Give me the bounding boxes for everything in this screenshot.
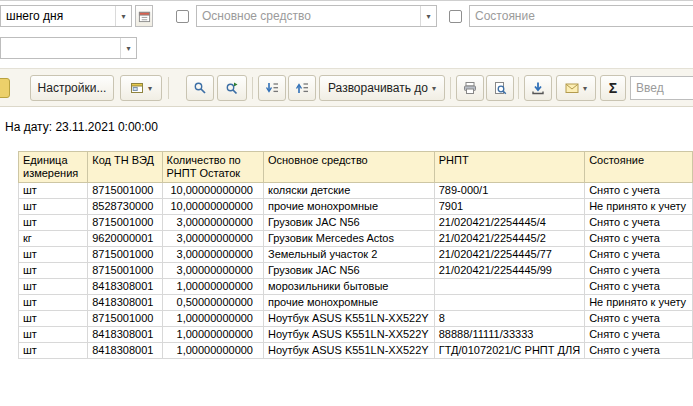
cell-unit[interactable]: шт	[19, 327, 88, 343]
cell-unit[interactable]: шт	[19, 263, 88, 279]
cell-quantity[interactable]: 0,50000000000	[162, 295, 263, 311]
cell-code[interactable]: 8715001000	[88, 215, 162, 231]
cell-asset[interactable]: Ноутбук ASUS K551LN-XX522Y	[263, 343, 434, 359]
state-filter-field[interactable]: Состояние	[469, 5, 693, 27]
cell-unit[interactable]: шт	[19, 215, 88, 231]
cell-unit[interactable]: шт	[19, 199, 88, 215]
cell-asset[interactable]: Грузовик Mercedes Actos	[263, 231, 434, 247]
cell-rnpt[interactable]: 21/020421/2254445/77	[434, 247, 584, 263]
cell-rnpt[interactable]: 8	[434, 311, 584, 327]
cell-asset[interactable]: Ноутбук ASUS K551LN-XX522Y	[263, 327, 434, 343]
cell-quantity[interactable]: 3,00000000000	[162, 247, 263, 263]
chevron-down-icon[interactable]: ▾	[115, 6, 131, 26]
cell-unit[interactable]: шт	[19, 183, 88, 199]
cell-rnpt[interactable]: 21/020421/2254445/2	[434, 231, 584, 247]
cell-unit[interactable]: кг	[19, 231, 88, 247]
find-next-button[interactable]	[217, 75, 247, 101]
quick-search-input[interactable]	[630, 76, 693, 100]
table-row[interactable]: шт 8715001000 3,00000000000 Земельный уч…	[19, 247, 693, 263]
report-variant-button[interactable]: ▾	[120, 75, 162, 101]
cell-code[interactable]: 8715001000	[88, 311, 162, 327]
cell-quantity[interactable]: 1,00000000000	[162, 343, 263, 359]
calendar-button[interactable]	[135, 5, 153, 27]
cell-state[interactable]: Снято с учета	[585, 263, 693, 279]
table-row[interactable]: шт 8418308001 1,00000000000 Ноутбук ASUS…	[19, 343, 693, 359]
cell-asset[interactable]: Грузовик JAC N56	[263, 263, 434, 279]
cell-rnpt[interactable]: ГТД/01072021/С РНПТ ДЛЯ	[434, 343, 584, 359]
period-end-field[interactable]: ▾	[0, 37, 137, 59]
search-button[interactable]	[186, 75, 214, 101]
cell-state[interactable]: Снято с учета	[585, 231, 693, 247]
cell-quantity[interactable]: 1,00000000000	[162, 311, 263, 327]
cell-code[interactable]: 8418308001	[88, 295, 162, 311]
expand-to-button[interactable]: Разворачивать до ▾	[319, 75, 445, 101]
table-row[interactable]: шт 8715001000 1,00000000000 Ноутбук ASUS…	[19, 311, 693, 327]
cell-code[interactable]: 8528730000	[88, 199, 162, 215]
cell-state[interactable]: Снято с учета	[585, 247, 693, 263]
cell-asset[interactable]: коляски детские	[263, 183, 434, 199]
cell-quantity[interactable]: 3,00000000000	[162, 231, 263, 247]
table-row[interactable]: шт 8715001000 10,00000000000 коляски дет…	[19, 183, 693, 199]
autosum-button[interactable]: Σ	[600, 75, 626, 101]
cell-code[interactable]: 8418308001	[88, 279, 162, 295]
asset-filter-field[interactable]: Основное средство ▾	[196, 5, 437, 27]
state-filter-checkbox[interactable]	[449, 10, 462, 23]
table-row[interactable]: шт 8528730000 10,00000000000 прочие моно…	[19, 199, 693, 215]
cell-quantity[interactable]: 1,00000000000	[162, 279, 263, 295]
table-row[interactable]: шт 8418308001 1,00000000000 Ноутбук ASUS…	[19, 327, 693, 343]
send-email-button[interactable]: ▾	[556, 75, 596, 101]
cell-rnpt[interactable]	[434, 279, 584, 295]
cell-state[interactable]: Не принято к учету	[585, 199, 693, 215]
period-field[interactable]: шнего дня ▾	[0, 5, 132, 27]
cell-state[interactable]: Не принято к учету	[585, 295, 693, 311]
table-row[interactable]: кг 9620000001 3,00000000000 Грузовик Mer…	[19, 231, 693, 247]
save-button[interactable]	[524, 75, 552, 101]
chevron-down-icon[interactable]: ▾	[120, 38, 136, 58]
cell-code[interactable]: 8418308001	[88, 343, 162, 359]
cell-rnpt[interactable]: 88888/11111/33333	[434, 327, 584, 343]
cell-quantity[interactable]: 3,00000000000	[162, 215, 263, 231]
cell-asset[interactable]: Земельный участок 2	[263, 247, 434, 263]
cell-asset[interactable]: Ноутбук ASUS K551LN-XX522Y	[263, 311, 434, 327]
print-button[interactable]	[456, 75, 484, 101]
cell-quantity[interactable]: 1,00000000000	[162, 327, 263, 343]
table-row[interactable]: шт 8418308001 1,00000000000 морозильники…	[19, 279, 693, 295]
cell-code[interactable]: 8418308001	[88, 327, 162, 343]
chevron-down-icon[interactable]: ▾	[420, 6, 436, 26]
cell-code[interactable]: 8715001000	[88, 183, 162, 199]
cell-state[interactable]: Снято с учета	[585, 327, 693, 343]
cell-rnpt[interactable]: 789-000/1	[434, 183, 584, 199]
cell-asset[interactable]: прочие монохромные	[263, 295, 434, 311]
table-row[interactable]: шт 8715001000 3,00000000000 Грузовик JAC…	[19, 263, 693, 279]
cell-quantity[interactable]: 3,00000000000	[162, 263, 263, 279]
cell-unit[interactable]: шт	[19, 343, 88, 359]
cell-asset[interactable]: Грузовик JAC N56	[263, 215, 434, 231]
cell-state[interactable]: Снято с учета	[585, 343, 693, 359]
cell-code[interactable]: 9620000001	[88, 231, 162, 247]
cell-state[interactable]: Снято с учета	[585, 183, 693, 199]
cell-rnpt[interactable]: 21/020421/2254445/4	[434, 215, 584, 231]
cell-state[interactable]: Снято с учета	[585, 215, 693, 231]
cell-quantity[interactable]: 10,00000000000	[162, 199, 263, 215]
cell-quantity[interactable]: 10,00000000000	[162, 183, 263, 199]
cell-unit[interactable]: шт	[19, 279, 88, 295]
cell-code[interactable]: 8715001000	[88, 247, 162, 263]
asset-filter-checkbox[interactable]	[176, 10, 189, 23]
table-row[interactable]: шт 8418308001 0,50000000000 прочие монох…	[19, 295, 693, 311]
cell-asset[interactable]: морозильники бытовые	[263, 279, 434, 295]
cell-unit[interactable]: шт	[19, 295, 88, 311]
cell-rnpt[interactable]: 7901	[434, 199, 584, 215]
collapse-groups-button[interactable]	[258, 75, 286, 101]
cell-state[interactable]: Снято с учета	[585, 279, 693, 295]
cell-unit[interactable]: шт	[19, 311, 88, 327]
cell-asset[interactable]: прочие монохромные	[263, 199, 434, 215]
cell-state[interactable]: Снято с учета	[585, 311, 693, 327]
cell-unit[interactable]: шт	[19, 247, 88, 263]
cell-rnpt[interactable]: 21/020421/2254445/99	[434, 263, 584, 279]
table-row[interactable]: шт 8715001000 3,00000000000 Грузовик JAC…	[19, 215, 693, 231]
cell-code[interactable]: 8715001000	[88, 263, 162, 279]
settings-button[interactable]: Настройки...	[30, 75, 114, 101]
print-preview-button[interactable]	[486, 75, 514, 101]
cell-rnpt[interactable]	[434, 295, 584, 311]
clipped-toolbar-button[interactable]	[0, 78, 10, 98]
